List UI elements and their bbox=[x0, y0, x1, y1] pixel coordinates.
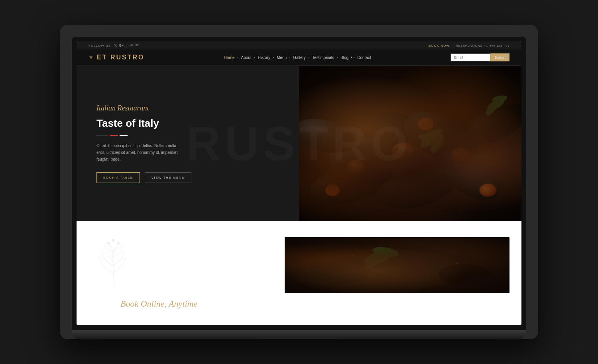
botanical-illustration bbox=[96, 237, 132, 289]
below-hero-left: Book Online, Anytime bbox=[89, 237, 273, 309]
nav-testimonials[interactable]: Testimonials bbox=[311, 55, 336, 61]
nav-blog[interactable]: Blog bbox=[339, 55, 350, 61]
logo-main: RUSTRO bbox=[110, 54, 145, 61]
nav-dot-3: • bbox=[273, 56, 274, 59]
nav-contact[interactable]: Contact bbox=[356, 55, 372, 61]
laptop-frame: FOLLOW US 𝕏 G+ in ◎ ✉ BOOK NOW RESERVATI… bbox=[60, 25, 538, 339]
nav-dot-4: • bbox=[289, 56, 290, 59]
nav-history[interactable]: History bbox=[256, 55, 272, 61]
hero-left: Italian Restaurant Taste of Italy Curabi… bbox=[77, 66, 299, 221]
social-icons: 𝕏 G+ in ◎ ✉ bbox=[114, 43, 139, 47]
nav-submit-button[interactable]: Submit bbox=[490, 53, 509, 61]
twitter-icon[interactable]: 𝕏 bbox=[114, 43, 117, 47]
linkedin-icon[interactable]: in bbox=[126, 43, 128, 47]
nav-dot-1: • bbox=[237, 56, 238, 59]
instagram-icon[interactable]: ◎ bbox=[130, 43, 134, 47]
svg-point-36 bbox=[107, 242, 110, 244]
divider-dark bbox=[96, 135, 108, 136]
below-hero-right bbox=[285, 237, 509, 293]
logo-prefix: ET bbox=[97, 54, 110, 61]
nav-links: Home • About • History • Menu • Gallery … bbox=[222, 55, 373, 61]
follow-label: FOLLOW US bbox=[89, 44, 111, 47]
website-content: FOLLOW US 𝕏 G+ in ◎ ✉ BOOK NOW RESERVATI… bbox=[77, 41, 521, 325]
nav-dot-7: • bbox=[354, 56, 354, 59]
nav-dot-2: • bbox=[254, 56, 255, 59]
below-food-visual bbox=[285, 237, 509, 293]
top-bar: FOLLOW US 𝕏 G+ in ◎ ✉ BOOK NOW RESERVATI… bbox=[77, 41, 521, 49]
hero-description: Curabitur suscipit suscipit tellus. Null… bbox=[96, 142, 184, 163]
mail-icon[interactable]: ✉ bbox=[136, 43, 139, 47]
divider-white bbox=[120, 135, 128, 136]
top-bar-right: BOOK NOW RESERVATIONS • 1-444-123-459 bbox=[429, 44, 509, 47]
divider-red bbox=[110, 135, 118, 136]
main-navigation: ⚜ ET RUSTRO Home • About • History • Men… bbox=[77, 49, 521, 66]
logo-icon: ⚜ bbox=[89, 54, 94, 61]
top-bar-left: FOLLOW US 𝕏 G+ in ◎ ✉ bbox=[89, 43, 139, 47]
laptop-base bbox=[72, 330, 526, 339]
nav-gallery[interactable]: Gallery bbox=[291, 55, 307, 61]
nav-blog-dropdown[interactable]: Blog ▾ bbox=[339, 55, 352, 61]
svg-point-37 bbox=[117, 242, 120, 244]
hero-buttons: BOOK A TABLE VIEW THE MENU bbox=[96, 172, 279, 183]
nav-email-input[interactable] bbox=[450, 53, 490, 61]
reservations-text: RESERVATIONS • 1-444-123-459 bbox=[456, 44, 509, 47]
nav-blog-arrow: ▾ bbox=[351, 56, 352, 59]
nav-dot-6: • bbox=[337, 56, 338, 59]
nav-home[interactable]: Home bbox=[222, 55, 236, 61]
hero-subtitle: Italian Restaurant bbox=[96, 104, 279, 112]
below-hero-title: Book Online, Anytime bbox=[120, 299, 273, 309]
logo-text: ET RUSTRO bbox=[97, 54, 144, 61]
google-plus-icon[interactable]: G+ bbox=[119, 43, 124, 47]
below-hero-section: Book Online, Anytime bbox=[77, 221, 521, 325]
below-food-image bbox=[285, 237, 509, 293]
nav-dot-5: • bbox=[309, 56, 309, 59]
nav-about[interactable]: About bbox=[240, 55, 253, 61]
book-table-button[interactable]: BOOK A TABLE bbox=[96, 172, 140, 183]
laptop-screen: FOLLOW US 𝕏 G+ in ◎ ✉ BOOK NOW RESERVATI… bbox=[77, 41, 521, 325]
nav-menu[interactable]: Menu bbox=[275, 55, 288, 61]
view-menu-button[interactable]: VIEW THE MENU bbox=[145, 172, 192, 183]
logo-area: ⚜ ET RUSTRO bbox=[89, 54, 144, 61]
hero-title: Taste of Italy bbox=[96, 117, 279, 130]
book-now-link[interactable]: BOOK NOW bbox=[429, 44, 450, 47]
hero-section: RUSTRO Italian Restaurant Taste of Italy bbox=[77, 66, 521, 221]
svg-point-38 bbox=[112, 239, 114, 242]
screen-bezel: FOLLOW US 𝕏 G+ in ◎ ✉ BOOK NOW RESERVATI… bbox=[72, 37, 526, 330]
hero-divider bbox=[96, 135, 279, 136]
nav-email-form: Submit bbox=[450, 53, 509, 61]
